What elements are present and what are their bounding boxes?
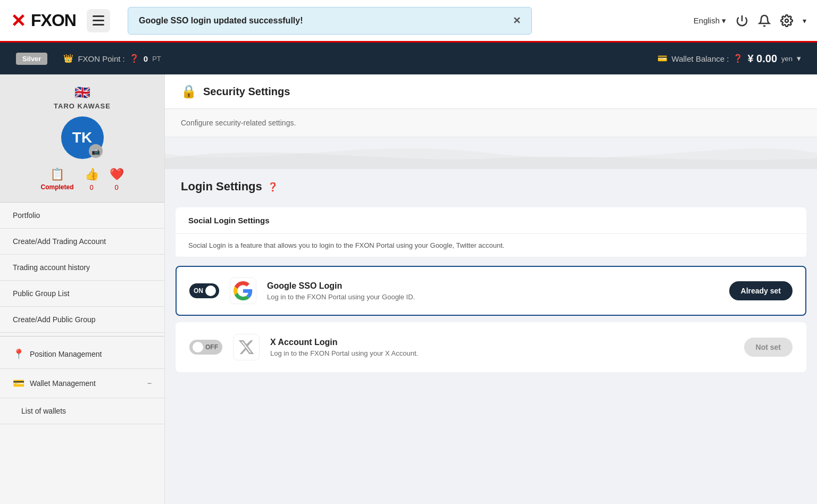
sidebar-item-trading-history[interactable]: Trading account history — [0, 255, 164, 281]
svg-point-0 — [785, 19, 788, 22]
hamburger-button[interactable] — [87, 9, 110, 32]
wallet-help-icon[interactable]: ❓ — [733, 54, 743, 63]
fxon-points: 👑 FXON Point : ❓ 0 PT — [63, 54, 161, 63]
x-logo-container — [233, 334, 260, 360]
notification-text: Google SSO login updated successfully! — [139, 16, 303, 26]
position-icon: 📍 — [13, 348, 24, 360]
likes-icon: 👍 — [85, 167, 99, 181]
wallet-collapse-icon: − — [147, 379, 152, 388]
fxon-point-value: 0 — [144, 54, 148, 63]
settings-button[interactable] — [780, 14, 793, 27]
login-settings-help-icon[interactable]: ❓ — [268, 182, 278, 192]
login-settings-title: Login Settings — [181, 180, 262, 194]
rank-badge: Silver — [16, 53, 47, 65]
x-toggle-off[interactable]: OFF — [189, 340, 222, 355]
notification-banner: Google SSO login updated successfully! ✕ — [128, 7, 532, 35]
wallet-balance-label: Wallet Balance : — [672, 54, 729, 63]
google-toggle-on[interactable]: ON — [189, 283, 219, 298]
language-arrow-icon: ▾ — [722, 16, 726, 26]
x-logo-icon — [238, 339, 255, 356]
sidebar-item-portfolio[interactable]: Portfolio — [0, 203, 164, 229]
google-toggle-circle — [205, 285, 216, 296]
sidebar-profile: 🇬🇧 TARO KAWASE TK 📷 📋 Completed 👍 0 ❤ — [0, 74, 164, 203]
profile-stats: 📋 Completed 👍 0 ❤️ 0 — [11, 167, 154, 191]
likes-value: 0 — [89, 183, 93, 191]
fxon-help-icon[interactable]: ❓ — [129, 54, 139, 63]
sidebar-nav: Portfolio Create/Add Trading Account Tra… — [0, 203, 164, 424]
wallet-management-label: Wallet Management — [30, 379, 96, 388]
x-account-row: OFF X Account Login Log in to the FXON P… — [176, 322, 806, 372]
x-account-info: X Account Login Log in to the FXON Porta… — [270, 338, 733, 357]
sub-header: Silver 👑 FXON Point : ❓ 0 PT 💳 Wallet Ba… — [0, 43, 817, 74]
fxon-point-unit: PT — [152, 55, 161, 63]
sidebar-item-create-trading-account[interactable]: Create/Add Trading Account — [0, 229, 164, 255]
power-button[interactable] — [736, 14, 748, 27]
stat-completed: 📋 Completed — [40, 167, 73, 191]
sidebar: 🇬🇧 TARO KAWASE TK 📷 📋 Completed 👍 0 ❤ — [0, 74, 165, 504]
section-header: 🔒 Security Settings — [165, 74, 817, 109]
social-login-subtitle: Social Login Settings — [176, 207, 806, 234]
google-sso-title: Google SSO Login — [267, 281, 719, 291]
wave-divider — [165, 137, 817, 169]
google-toggle-label: ON — [194, 287, 203, 295]
content-area: 🔒 Security Settings Configure security-r… — [165, 74, 817, 504]
top-header: ✕ FXON Google SSO login updated successf… — [0, 0, 817, 43]
avatar-initials: TK — [72, 129, 92, 146]
x-account-description: Log in to the FXON Portal using your X A… — [270, 349, 733, 357]
favorites-icon: ❤️ — [110, 167, 124, 181]
settings-arrow-icon: ▾ — [803, 16, 806, 25]
x-not-set-button[interactable]: Not set — [744, 338, 793, 357]
google-g-icon — [234, 281, 253, 300]
stat-likes: 👍 0 — [85, 167, 99, 191]
hamburger-line — [93, 20, 104, 21]
x-toggle[interactable]: OFF — [189, 340, 222, 355]
stat-favorites: ❤️ 0 — [110, 167, 124, 191]
google-sso-description: Log in to the FXON Portal using your Goo… — [267, 293, 719, 301]
sidebar-item-create-public-group[interactable]: Create/Add Public Group — [0, 307, 164, 333]
avatar-camera-button[interactable]: 📷 — [89, 144, 103, 158]
position-management-label: Position Management — [30, 350, 102, 358]
completed-label: Completed — [40, 183, 73, 191]
language-selector[interactable]: English ▾ — [694, 16, 726, 26]
sidebar-item-list-of-wallets[interactable]: List of wallets — [0, 398, 164, 424]
security-icon: 🔒 — [181, 84, 197, 99]
sidebar-item-wallet-management[interactable]: 💳 Wallet Management − — [0, 369, 164, 398]
logo-text: FXON — [31, 11, 76, 30]
google-toggle[interactable]: ON — [189, 283, 219, 298]
completed-icon: 📋 — [50, 167, 64, 181]
social-login-description: Social Login is a feature that allows yo… — [176, 234, 806, 257]
flag-icon: 🇬🇧 — [11, 85, 154, 100]
x-account-title: X Account Login — [270, 338, 733, 347]
wallet-unit: yen — [781, 55, 793, 63]
google-sso-row: ON Google SSO Login Log in to the FXON P… — [176, 266, 806, 316]
social-login-card: Social Login Settings Social Login is a … — [176, 207, 806, 257]
sidebar-item-public-group-list[interactable]: Public Group List — [0, 281, 164, 307]
sidebar-item-position-management[interactable]: 📍 Position Management — [0, 340, 164, 369]
logo-x-icon: ✕ — [11, 10, 26, 31]
language-label: English — [694, 16, 720, 25]
description-text: Configure security-related settings. — [181, 119, 296, 127]
favorites-value: 0 — [114, 183, 118, 191]
security-title: Security Settings — [203, 86, 290, 98]
x-toggle-circle — [193, 342, 203, 352]
notification-close-button[interactable]: ✕ — [513, 15, 521, 27]
logo-area: ✕ FXON — [11, 9, 117, 32]
google-sso-info: Google SSO Login Log in to the FXON Port… — [267, 281, 719, 301]
hamburger-line — [93, 15, 104, 17]
security-description: Configure security-related settings. — [165, 109, 817, 137]
wallet-mgmt-icon: 💳 — [13, 377, 24, 389]
notifications-button[interactable] — [758, 14, 771, 27]
header-right: English ▾ ▾ — [694, 14, 806, 27]
main-layout: 🇬🇧 TARO KAWASE TK 📷 📋 Completed 👍 0 ❤ — [0, 74, 817, 504]
crown-icon: 👑 — [63, 54, 73, 63]
avatar-container: TK 📷 — [61, 116, 104, 159]
profile-name: TARO KAWASE — [11, 102, 154, 110]
hamburger-line — [93, 24, 104, 26]
fxon-point-label: FXON Point : — [78, 54, 124, 63]
google-already-set-button[interactable]: Already set — [729, 281, 793, 300]
login-settings-header: Login Settings ❓ — [165, 169, 817, 199]
wallet-amount: ¥ 0.00 — [747, 53, 777, 65]
wallet-icon: 💳 — [657, 54, 668, 63]
wallet-balance: 💳 Wallet Balance : ❓ ¥ 0.00 yen ▾ — [657, 53, 801, 65]
wallet-arrow-icon: ▾ — [797, 54, 801, 63]
